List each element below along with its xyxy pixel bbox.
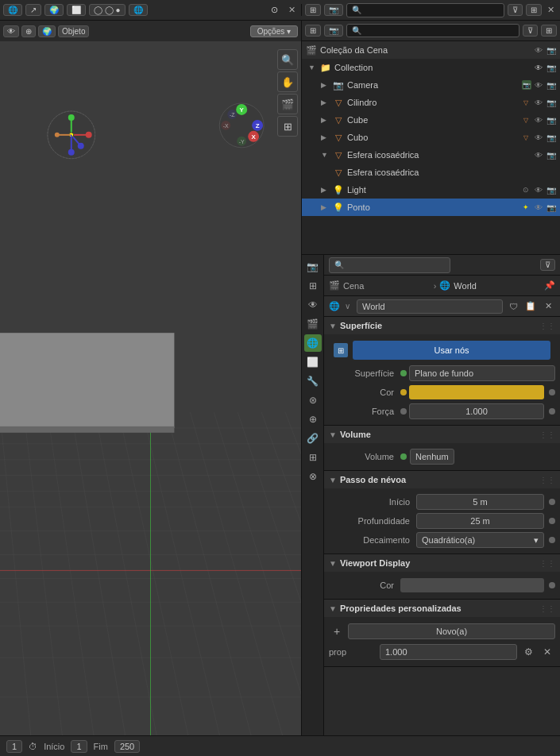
cam-eye[interactable]: 👁 bbox=[533, 79, 544, 91]
props-scene-btn[interactable]: 🎬 bbox=[304, 315, 322, 333]
options-dropdown-btn[interactable]: Opções ▾ bbox=[250, 25, 298, 37]
props-search-input[interactable] bbox=[344, 260, 445, 269]
prop-remove-btn[interactable]: ✕ bbox=[539, 644, 555, 660]
vp-select-btn[interactable]: ⊕ bbox=[21, 25, 36, 37]
world-name-input[interactable]: World bbox=[357, 299, 503, 314]
light-eye[interactable]: 👁 bbox=[533, 184, 544, 195]
tool-orbit-btn[interactable]: 🎬 bbox=[277, 94, 298, 114]
viewport-overlay-btn[interactable]: ⬜ bbox=[67, 4, 86, 16]
prop-value-field[interactable]: 1.000 bbox=[380, 644, 517, 660]
fim-val[interactable]: 250 bbox=[114, 740, 140, 753]
volume-section-header[interactable]: ▼ Volume ⋮⋮ bbox=[324, 426, 560, 443]
props-render-btn[interactable]: 📷 bbox=[304, 258, 322, 276]
surface-section-header[interactable]: ▼ Superfície ⋮⋮ bbox=[324, 317, 560, 334]
cilindro-arrow[interactable]: ▶ bbox=[321, 98, 332, 106]
outliner-filter-funnel[interactable]: ⊽ bbox=[508, 4, 523, 16]
camera-arrow[interactable]: ▶ bbox=[321, 81, 332, 89]
light-arrow[interactable]: ▶ bbox=[321, 186, 332, 194]
inicio-field[interactable]: 5 m bbox=[416, 494, 544, 510]
prop-gear-btn[interactable]: ⚙ bbox=[520, 644, 536, 660]
vp-cor-swatch[interactable] bbox=[400, 578, 544, 592]
world-shield-btn[interactable]: 🛡 bbox=[506, 299, 520, 314]
current-frame[interactable]: 1 bbox=[6, 740, 22, 753]
vp-view-btn[interactable]: 👁 bbox=[3, 25, 19, 37]
outliner-display-icon[interactable]: 📷 bbox=[324, 25, 343, 37]
props-world-btn[interactable]: 🌐 bbox=[304, 334, 322, 352]
props-filter-btn[interactable]: ⊽ bbox=[540, 259, 555, 271]
collection-arrow[interactable]: ▼ bbox=[308, 64, 319, 71]
tree-esfera-child[interactable]: ▽ Esfera icosaédrica bbox=[302, 164, 560, 181]
outliner-search-field[interactable] bbox=[346, 24, 519, 37]
collection-vis-icon[interactable]: 👁 bbox=[533, 62, 544, 73]
ponto-arrow[interactable]: ▶ bbox=[321, 203, 332, 211]
volume-field[interactable]: Nenhum bbox=[410, 449, 454, 465]
outliner-filter-btn[interactable]: 📷 bbox=[324, 4, 343, 16]
props-modifiers-btn[interactable]: 🔧 bbox=[304, 372, 322, 390]
cor-dot[interactable] bbox=[400, 389, 407, 395]
viewport-display-header[interactable]: ▼ Viewport Display ⋮⋮ bbox=[324, 554, 560, 572]
inicio-val[interactable]: 1 bbox=[71, 740, 87, 753]
outliner-close-btn[interactable]: ✕ bbox=[545, 5, 557, 15]
outliner-sort-btn[interactable]: ⊽ bbox=[523, 25, 538, 37]
tree-cubo[interactable]: ▶ ▽ Cubo ▽ 👁 📷 bbox=[302, 129, 560, 146]
tree-scene-collection[interactable]: 🎬 Coleção da Cena 👁 📷 bbox=[302, 41, 560, 59]
world-copy-btn[interactable]: 📋 bbox=[523, 299, 538, 314]
cubo-cam[interactable]: 📷 bbox=[546, 132, 557, 143]
tree-camera[interactable]: ▶ 📷 Camera 📷 👁 📷 bbox=[302, 76, 560, 94]
viewport-mode-btn[interactable]: ↗ bbox=[25, 4, 41, 16]
volume-dot[interactable] bbox=[400, 453, 407, 460]
add-icon[interactable]: + bbox=[329, 625, 345, 638]
viewport-extra-btn[interactable]: 🌐 bbox=[129, 4, 148, 16]
outliner-extra-btn[interactable]: ⊞ bbox=[526, 4, 542, 16]
tool-grid-btn[interactable]: ⊞ bbox=[277, 116, 298, 137]
tree-cilindro[interactable]: ▶ ▽ Cilindro ▽ 👁 📷 bbox=[302, 94, 560, 111]
viewport-wire-btn[interactable]: ◯ ◯ ● bbox=[89, 4, 126, 16]
viewport-shading-btn[interactable]: 🌍 bbox=[44, 4, 64, 16]
inicio-end-dot[interactable] bbox=[549, 499, 555, 505]
tree-ponto[interactable]: ▶ 💡 Ponto ✦ 👁 📷 bbox=[302, 199, 560, 216]
use-nodes-btn[interactable]: Usar nós bbox=[353, 341, 550, 360]
cor-swatch[interactable] bbox=[409, 385, 544, 399]
props-data-btn[interactable]: ⊞ bbox=[304, 449, 322, 466]
cor-end-dot[interactable] bbox=[549, 389, 555, 395]
forca-end-dot[interactable] bbox=[549, 408, 555, 415]
tool-pan-btn[interactable]: ✋ bbox=[277, 71, 298, 92]
props-physics-btn[interactable]: ⊕ bbox=[304, 411, 322, 428]
props-view-btn[interactable]: 👁 bbox=[304, 296, 322, 314]
visibility-icon[interactable]: 👁 bbox=[533, 44, 544, 56]
props-object-btn[interactable]: ⬜ bbox=[304, 353, 322, 371]
world-close-btn[interactable]: ✕ bbox=[541, 299, 555, 314]
props-material-btn[interactable]: ⊗ bbox=[304, 468, 322, 485]
profundidade-field[interactable]: 25 m bbox=[416, 513, 544, 529]
camera-render-icon[interactable]: 📷 bbox=[546, 44, 557, 56]
tree-collection[interactable]: ▼ 📁 Collection 👁 📷 bbox=[302, 59, 560, 76]
forca-dot[interactable] bbox=[400, 408, 407, 415]
props-particles-btn[interactable]: ⊛ bbox=[304, 392, 322, 409]
outliner-search-input[interactable] bbox=[352, 6, 499, 14]
cil-cam[interactable]: 📷 bbox=[546, 97, 557, 108]
profundidade-end-dot[interactable] bbox=[549, 518, 555, 524]
cube-arrow[interactable]: ▶ bbox=[321, 116, 332, 124]
cube-cam[interactable]: 📷 bbox=[546, 114, 557, 125]
cube-eye[interactable]: 👁 bbox=[533, 114, 544, 125]
esfera-parent-arrow[interactable]: ▼ bbox=[321, 151, 332, 159]
outliner-filter-icon[interactable]: ⊞ bbox=[305, 25, 321, 37]
vp-object-btn[interactable]: Objeto bbox=[58, 25, 89, 37]
ponto-cam[interactable]: 📷 bbox=[546, 202, 557, 213]
forca-field[interactable]: 1.000 bbox=[409, 403, 544, 419]
outliner-search-top[interactable] bbox=[346, 3, 504, 17]
tree-light[interactable]: ▶ 💡 Light ⊙ 👁 📷 bbox=[302, 181, 560, 199]
cubo-eye[interactable]: 👁 bbox=[533, 132, 544, 143]
cubo-arrow[interactable]: ▶ bbox=[321, 133, 332, 141]
superficie-field[interactable]: Plano de fundo bbox=[409, 365, 555, 381]
light-cam[interactable]: 📷 bbox=[546, 184, 557, 195]
tree-esfera-parent[interactable]: ▼ ▽ Esfera icosaédrica 👁 📷 bbox=[302, 146, 560, 164]
tool-zoom-btn[interactable]: 🔍 bbox=[277, 49, 298, 70]
outliner-mode-btn[interactable]: ⊞ bbox=[305, 4, 321, 16]
vp-cor-end-dot[interactable] bbox=[549, 582, 555, 588]
ponto-eye[interactable]: 👁 bbox=[533, 202, 544, 213]
vp-add-btn[interactable]: 🌍 bbox=[38, 25, 56, 37]
tree-cube[interactable]: ▶ ▽ Cube ▽ 👁 📷 bbox=[302, 111, 560, 129]
render-icon-btn[interactable]: 🌐 bbox=[3, 4, 22, 16]
superficie-dot[interactable] bbox=[400, 370, 407, 376]
